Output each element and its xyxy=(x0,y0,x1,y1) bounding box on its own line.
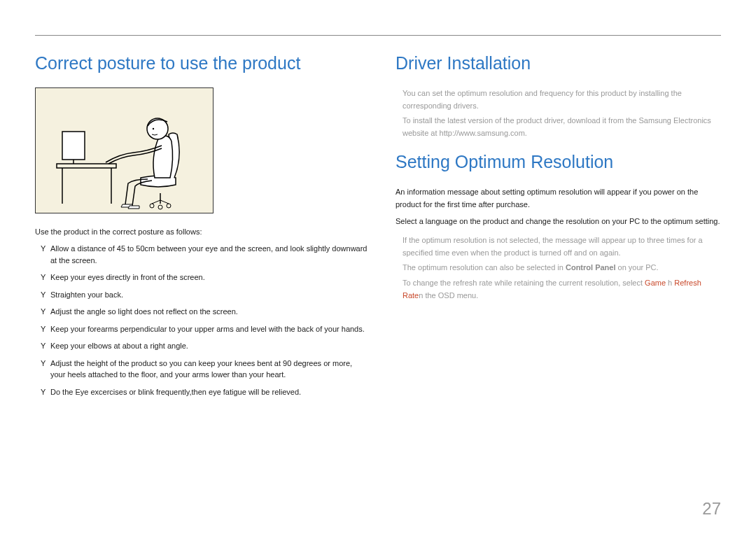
posture-illustration xyxy=(35,87,214,213)
text: on your PC. xyxy=(615,263,658,272)
svg-point-12 xyxy=(153,128,154,129)
note-line: If the optimum resolution is not selecte… xyxy=(396,234,721,259)
heading-resolution: Setting Optimum Resolution xyxy=(396,152,721,172)
left-column: Correct posture to use the product xyxy=(35,53,368,403)
posture-bullets: Allow a distance of 45 to 50cm between y… xyxy=(35,243,368,398)
posture-intro: Use the product in the correct posture a… xyxy=(35,227,368,236)
body-line: Select a language on the product and cha… xyxy=(396,216,721,228)
svg-rect-0 xyxy=(57,164,116,168)
svg-line-9 xyxy=(152,200,160,204)
note-line: To install the latest version of the pro… xyxy=(402,115,721,139)
list-item: Keep your forearms perpendicular to your… xyxy=(35,323,368,335)
page-number: 27 xyxy=(702,499,721,519)
svg-point-11 xyxy=(147,118,168,139)
svg-rect-3 xyxy=(62,132,85,160)
body-line: An information message about setting opt… xyxy=(396,186,721,211)
list-item: Do the Eye excercises or blink frequentl… xyxy=(35,386,368,398)
heading-posture: Correct posture to use the product xyxy=(35,53,368,73)
menu-path-game: Game xyxy=(645,279,666,287)
text: The optimum resolution can also be selec… xyxy=(402,263,566,272)
text: n the OSD menu. xyxy=(419,291,478,300)
text: To change the refresh rate while retaini… xyxy=(402,279,645,287)
text: h xyxy=(666,279,674,287)
list-item: Adjust the height of the product so you … xyxy=(35,358,368,381)
svg-point-7 xyxy=(158,205,162,209)
note-line: You can set the optimum resolution and f… xyxy=(402,87,721,112)
note-line: The optimum resolution can also be selec… xyxy=(396,262,721,274)
posture-svg xyxy=(36,88,214,214)
heading-driver: Driver Installation xyxy=(396,53,721,73)
svg-line-10 xyxy=(160,200,169,204)
list-item: Allow a distance of 45 to 50cm between y… xyxy=(35,243,368,266)
list-item: Keep your elbows at about a right angle. xyxy=(35,340,368,352)
list-item: Keep your eyes directly in front of the … xyxy=(35,272,368,283)
driver-note: You can set the optimum resolution and f… xyxy=(396,87,721,139)
list-item: Adjust the angle so light does not refle… xyxy=(35,306,368,318)
manual-page: Correct posture to use the product xyxy=(0,0,756,534)
columns: Correct posture to use the product xyxy=(35,53,721,403)
svg-point-8 xyxy=(167,204,171,208)
right-column: Driver Installation You can set the opti… xyxy=(396,53,721,403)
note-line: To change the refresh rate while retaini… xyxy=(396,277,721,302)
svg-point-6 xyxy=(150,204,154,208)
top-rule xyxy=(35,35,721,36)
bold-text: Control Panel xyxy=(566,263,616,272)
list-item: Straighten your back. xyxy=(35,289,368,301)
